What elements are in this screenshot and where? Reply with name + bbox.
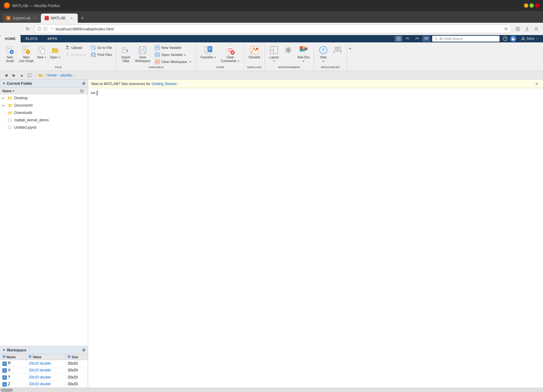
save-workspace-button[interactable]: SaveWorkspace: [133, 44, 152, 64]
svg-rect-96: [80, 91, 84, 91]
quick-redo-btn[interactable]: [413, 36, 421, 42]
ribbon-search-box[interactable]: ⌘+Shift+Space: [432, 36, 500, 42]
page-icon: [43, 27, 48, 31]
redirect-icon: [49, 27, 54, 31]
svg-rect-66: [208, 46, 212, 52]
column-options-btn[interactable]: [78, 89, 85, 93]
open-variable-button[interactable]: Open Variable ▼: [153, 51, 193, 58]
var-size-cell: 33x33: [65, 367, 88, 374]
browse-btn[interactable]: [26, 72, 33, 79]
breadcrumb-ubuntu[interactable]: ubuntu: [60, 73, 72, 77]
breadcrumb-home[interactable]: home: [47, 73, 57, 77]
open-button[interactable]: Open ▼: [49, 44, 62, 60]
svg-rect-39: [41, 49, 45, 54]
svg-rect-19: [424, 39, 428, 39]
col-header-size[interactable]: Size: [65, 354, 88, 360]
bookmark-collections-button[interactable]: [513, 25, 522, 33]
clear-commands-label: ClearCommands ▼: [221, 56, 240, 63]
layout-button[interactable]: Layout ▼: [267, 44, 281, 64]
download-button[interactable]: [523, 25, 531, 33]
tab-apps[interactable]: APPS: [42, 35, 62, 42]
simulink-button[interactable]: Simulink: [247, 44, 262, 60]
table-row[interactable]: +Z 33x33 double 33x33: [0, 381, 88, 388]
workspace-settings-icon[interactable]: ⚙: [82, 348, 85, 352]
community-button[interactable]: [331, 44, 344, 56]
name-column-sort[interactable]: Name ▲: [2, 89, 77, 93]
folder-icon-sm: [37, 72, 44, 79]
user-menu[interactable]: Mike ▼: [518, 36, 541, 41]
back-button[interactable]: ←: [2, 25, 11, 33]
svg-rect-93: [28, 73, 32, 77]
minimize-button[interactable]: [524, 3, 528, 8]
ribbon-collapse-button[interactable]: ▲: [347, 44, 353, 69]
menu-button[interactable]: [532, 25, 541, 33]
col-header-value[interactable]: Value: [26, 354, 65, 360]
find-files-button[interactable]: Find Files: [89, 51, 114, 58]
matlab-tab-close[interactable]: ✕: [69, 16, 74, 21]
matlab-tab-label: MATLAB: [51, 16, 67, 20]
help-label: Help: [320, 56, 327, 59]
tab-jupyterlab[interactable]: J JupyterLab ✕: [2, 14, 41, 23]
current-folder-settings-icon[interactable]: ⚙: [82, 81, 85, 86]
address-bar[interactable]: localhost:8889/matlab/index.html: [34, 25, 512, 33]
new-variable-button[interactable]: New Variable: [153, 44, 193, 51]
jupyterlab-tab-close[interactable]: ✕: [32, 16, 37, 21]
table-row[interactable]: +X 33x33 double 33x33: [0, 367, 88, 374]
nav-forward-btn[interactable]: ▶: [10, 72, 17, 79]
new-tab-button[interactable]: +: [78, 14, 87, 23]
svg-text:+: +: [11, 50, 13, 54]
new-script-button[interactable]: + NewScript: [3, 44, 17, 64]
tab-home[interactable]: HOME: [0, 35, 21, 42]
tab-matlab[interactable]: MATLAB ✕: [41, 14, 78, 23]
bookmark-icon[interactable]: [504, 27, 508, 31]
col-header-name[interactable]: Name: [0, 354, 26, 360]
clear-commands-button[interactable]: ClearCommands ▼: [219, 44, 242, 64]
new-button[interactable]: New ▼: [36, 44, 48, 60]
download-button[interactable]: Download: [63, 51, 88, 58]
import-data-button[interactable]: ImportData: [119, 44, 132, 64]
scrollbar-thumb[interactable]: [1, 389, 13, 392]
download-icon: [65, 52, 70, 57]
var-name-cell: +R: [0, 360, 26, 367]
list-item[interactable]: ☐ Untitled.ipynb: [0, 124, 88, 131]
maximize-button[interactable]: [529, 3, 534, 8]
table-row[interactable]: +Y 33x33 double 33x33: [0, 374, 88, 381]
svg-rect-16: [397, 39, 398, 41]
file-icon: ☐: [7, 118, 12, 123]
command-window[interactable]: >>: [88, 88, 543, 388]
table-row[interactable]: +R 33x33 double 33x33: [0, 360, 88, 367]
new-dropdown-icon: [37, 45, 47, 55]
svg-rect-2: [44, 27, 47, 31]
forward-button[interactable]: →: [13, 25, 22, 33]
new-live-script-button[interactable]: + NewLive Script: [17, 44, 35, 64]
svg-point-20: [435, 37, 437, 40]
notification-close-button[interactable]: ✕: [534, 81, 540, 87]
upload-button[interactable]: Upload: [63, 44, 88, 51]
goto-file-button[interactable]: Go to File: [89, 44, 114, 51]
horizontal-scrollbar[interactable]: [0, 388, 543, 392]
quick-views-btn[interactable]: [422, 36, 430, 42]
help-resources-icon: ?: [318, 45, 328, 55]
clear-workspace-button[interactable]: Clear Workspace ▼: [153, 58, 193, 65]
list-item[interactable]: ▶ 📁 Desktop: [0, 94, 88, 102]
ribbon-group-simulink: Simulink SIMULINK: [244, 44, 265, 69]
preferences-button[interactable]: [281, 44, 295, 56]
list-item[interactable]: 📁 Downloads: [0, 109, 88, 116]
list-item[interactable]: ▶ 📁 Documents: [0, 102, 88, 109]
upload-download-group: Upload Download: [63, 44, 88, 58]
quick-undo-btn[interactable]: [404, 36, 412, 42]
list-item[interactable]: ☐ matlab_kernel_demo.: [0, 116, 88, 124]
quick-layout-btn[interactable]: [395, 36, 403, 42]
nav-up-btn[interactable]: ▲: [18, 72, 25, 79]
tab-plots[interactable]: PLOTS: [21, 35, 42, 42]
reload-button[interactable]: ↻: [23, 25, 32, 33]
favorites-button[interactable]: Favorites ▼: [199, 44, 218, 60]
getting-started-link[interactable]: Getting Started: [152, 82, 177, 86]
nav-back-btn[interactable]: ◀: [2, 72, 9, 79]
addons-button[interactable]: Add-Ons ▼: [296, 44, 311, 64]
close-button[interactable]: [535, 3, 539, 8]
svg-rect-104: [29, 355, 30, 356]
resources-group-label: RESOURCES: [321, 66, 340, 69]
help-btn[interactable]: ?: [502, 36, 509, 42]
help-resources-button[interactable]: ? Help ▼: [317, 44, 330, 64]
